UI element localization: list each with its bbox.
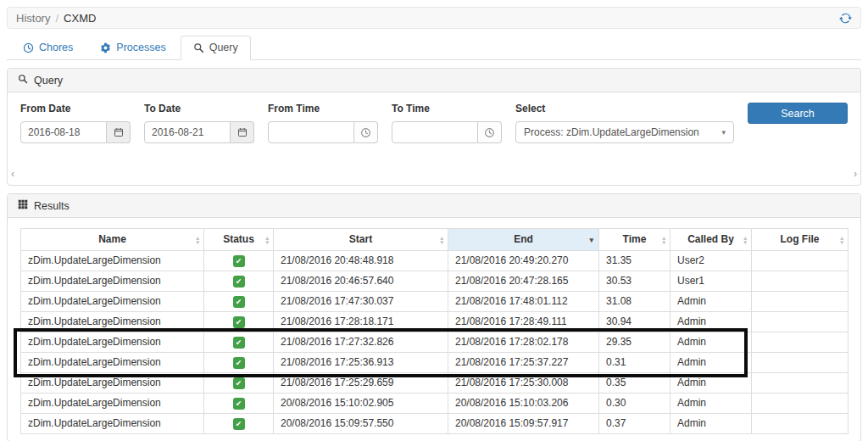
sort-icon[interactable]: ▴▾ — [662, 236, 665, 244]
to-date-input[interactable] — [144, 121, 231, 143]
cell-name[interactable]: zDim.UpdateLargeDimension — [21, 292, 204, 312]
cell-end[interactable]: 20/08/2016 15:10:03.206 — [448, 394, 599, 414]
cell-start[interactable]: 21/08/2016 17:25:29.659 — [274, 373, 448, 394]
table-row[interactable]: zDim.UpdateLargeDimension✔21/08/2016 17:… — [21, 373, 849, 394]
calendar-icon[interactable] — [107, 121, 131, 143]
horizontal-scrollbar[interactable]: ‹ › — [9, 167, 859, 180]
column-header-called-by[interactable]: Called By ▴▾ — [670, 229, 752, 251]
cell-name[interactable]: zDim.UpdateLargeDimension — [21, 394, 204, 414]
cell-log-file[interactable] — [752, 353, 849, 373]
from-date-input[interactable] — [20, 121, 107, 143]
column-header-log-file[interactable]: Log File ▴▾ — [752, 229, 849, 251]
cell-status[interactable]: ✔ — [204, 394, 274, 414]
cell-status[interactable]: ✔ — [204, 373, 274, 394]
cell-called-by[interactable]: Admin — [670, 373, 752, 394]
cell-time[interactable]: 0.35 — [599, 373, 670, 394]
cell-end[interactable]: 21/08/2016 17:28:02.178 — [448, 332, 599, 353]
cell-end[interactable]: 21/08/2016 17:48:01.112 — [448, 292, 599, 312]
cell-called-by[interactable]: Admin — [670, 312, 752, 332]
cell-status[interactable]: ✔ — [204, 353, 274, 373]
cell-status[interactable]: ✔ — [204, 312, 274, 332]
cell-called-by[interactable]: User1 — [670, 271, 752, 292]
breadcrumb-section[interactable]: History — [16, 12, 50, 25]
cell-time[interactable]: 0.37 — [599, 414, 670, 434]
cell-end[interactable]: 20/08/2016 15:09:57.917 — [448, 414, 599, 434]
cell-log-file[interactable] — [752, 292, 849, 312]
cell-name[interactable]: zDim.UpdateLargeDimension — [21, 353, 204, 373]
cell-time[interactable]: 30.94 — [599, 312, 670, 332]
cell-start[interactable]: 21/08/2016 17:27:32.826 — [274, 332, 448, 353]
calendar-icon[interactable] — [231, 121, 254, 143]
refresh-icon[interactable] — [839, 12, 852, 25]
cell-log-file[interactable] — [752, 414, 849, 434]
tab-query[interactable]: Query — [181, 36, 251, 60]
cell-name[interactable]: zDim.UpdateLargeDimension — [21, 332, 204, 353]
cell-time[interactable]: 0.30 — [599, 394, 670, 414]
cell-status[interactable]: ✔ — [204, 414, 274, 434]
cell-called-by[interactable]: Admin — [670, 332, 752, 353]
table-row[interactable]: zDim.UpdateLargeDimension✔21/08/2016 20:… — [21, 271, 849, 292]
column-header-end[interactable]: End ▾ — [448, 229, 599, 251]
table-row[interactable]: zDim.UpdateLargeDimension✔20/08/2016 15:… — [21, 414, 849, 434]
cell-end[interactable]: 21/08/2016 20:49:20.270 — [448, 251, 599, 271]
cell-end[interactable]: 21/08/2016 17:28:49.111 — [448, 312, 599, 332]
table-row[interactable]: zDim.UpdateLargeDimension✔21/08/2016 17:… — [21, 292, 849, 312]
clock-icon[interactable] — [478, 121, 502, 143]
table-row[interactable]: zDim.UpdateLargeDimension✔21/08/2016 17:… — [21, 332, 849, 353]
table-row[interactable]: zDim.UpdateLargeDimension✔21/08/2016 17:… — [21, 353, 849, 373]
cell-called-by[interactable]: Admin — [670, 292, 752, 312]
from-time-input[interactable] — [268, 121, 354, 143]
process-select[interactable]: Process: zDim.UpdateLargeDimension ▾ — [515, 121, 734, 143]
cell-log-file[interactable] — [752, 251, 849, 271]
table-row[interactable]: zDim.UpdateLargeDimension✔20/08/2016 15:… — [21, 394, 849, 414]
tab-processes[interactable]: Processes — [87, 36, 178, 60]
cell-end[interactable]: 21/08/2016 17:25:37.227 — [448, 353, 599, 373]
cell-start[interactable]: 20/08/2016 15:09:57.550 — [274, 414, 448, 434]
cell-name[interactable]: zDim.UpdateLargeDimension — [21, 373, 204, 394]
cell-time[interactable]: 0.31 — [599, 353, 670, 373]
cell-time[interactable]: 29.35 — [599, 332, 670, 353]
cell-log-file[interactable] — [752, 394, 849, 414]
cell-called-by[interactable]: Admin — [670, 353, 752, 373]
cell-called-by[interactable]: Admin — [670, 414, 752, 434]
cell-time[interactable]: 31.08 — [599, 292, 670, 312]
cell-start[interactable]: 21/08/2016 20:48:48.918 — [274, 251, 448, 271]
cell-start[interactable]: 21/08/2016 17:47:30.037 — [274, 292, 448, 312]
cell-status[interactable]: ✔ — [204, 332, 274, 353]
cell-end[interactable]: 21/08/2016 20:47:28.165 — [448, 271, 599, 292]
cell-log-file[interactable] — [752, 332, 849, 353]
scroll-right-arrow-icon[interactable]: › — [852, 169, 859, 179]
cell-status[interactable]: ✔ — [204, 292, 274, 312]
scroll-left-arrow-icon[interactable]: ‹ — [9, 169, 16, 179]
cell-status[interactable]: ✔ — [204, 271, 274, 292]
clock-icon[interactable] — [354, 121, 378, 143]
sort-icon[interactable]: ▴▾ — [265, 236, 269, 244]
column-header-status[interactable]: Status ▴▾ — [204, 229, 274, 251]
cell-name[interactable]: zDim.UpdateLargeDimension — [21, 271, 204, 292]
cell-log-file[interactable] — [752, 373, 849, 394]
sort-icon[interactable]: ▴▾ — [840, 236, 843, 244]
cell-start[interactable]: 20/08/2016 15:10:02.905 — [274, 394, 448, 414]
cell-name[interactable]: zDim.UpdateLargeDimension — [21, 251, 204, 271]
sort-desc-icon[interactable]: ▾ — [589, 236, 593, 243]
cell-start[interactable]: 21/08/2016 17:28:18.171 — [274, 312, 448, 332]
cell-log-file[interactable] — [752, 312, 849, 332]
sort-icon[interactable]: ▴▾ — [440, 236, 443, 244]
table-row[interactable]: zDim.UpdateLargeDimension✔21/08/2016 17:… — [21, 312, 849, 332]
tab-chores[interactable]: Chores — [10, 36, 86, 60]
cell-time[interactable]: 30.53 — [599, 271, 670, 292]
cell-status[interactable]: ✔ — [204, 251, 274, 271]
cell-end[interactable]: 21/08/2016 17:25:30.008 — [448, 373, 599, 394]
cell-called-by[interactable]: User2 — [670, 251, 752, 271]
cell-log-file[interactable] — [752, 271, 849, 292]
sort-icon[interactable]: ▴▾ — [196, 236, 199, 244]
cell-start[interactable]: 21/08/2016 20:46:57.640 — [274, 271, 448, 292]
cell-start[interactable]: 21/08/2016 17:25:36.913 — [274, 353, 448, 373]
to-time-input[interactable] — [392, 121, 478, 143]
cell-time[interactable]: 31.35 — [599, 251, 670, 271]
table-row[interactable]: zDim.UpdateLargeDimension✔21/08/2016 20:… — [21, 251, 849, 271]
cell-name[interactable]: zDim.UpdateLargeDimension — [21, 414, 204, 434]
column-header-start[interactable]: Start ▴▾ — [274, 229, 448, 251]
column-header-time[interactable]: Time ▴▾ — [599, 229, 670, 251]
cell-called-by[interactable]: Admin — [670, 394, 752, 414]
